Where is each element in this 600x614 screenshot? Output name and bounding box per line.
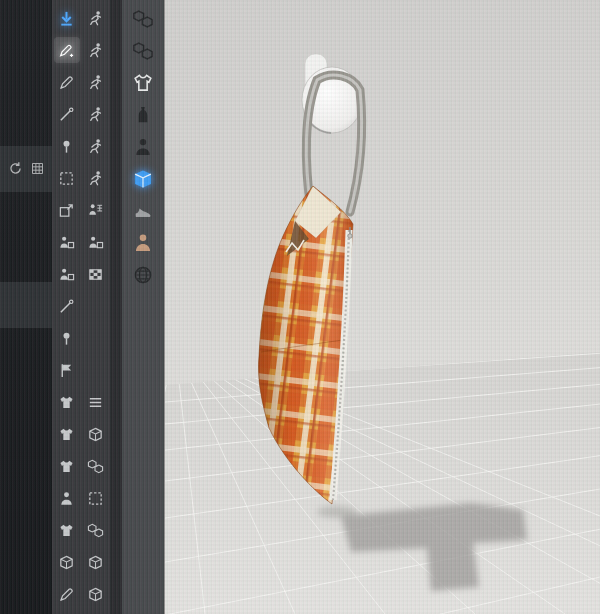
needle-tool-icon[interactable] (54, 101, 80, 127)
garment-library-tool-icon[interactable] (54, 421, 80, 447)
garment-lock-tool-icon[interactable] (54, 389, 80, 415)
collapsed-left-panel (0, 0, 52, 614)
garment-tool-icon[interactable] (54, 453, 80, 479)
application-window (0, 0, 600, 614)
motion-pose-4-icon[interactable] (83, 101, 109, 127)
sewing-needle-tool-icon[interactable] (54, 293, 80, 319)
floor-plane (165, 352, 600, 614)
garment-shirt-icon[interactable] (129, 69, 157, 97)
cube-pair-icon[interactable] (83, 453, 109, 479)
avatar-measure-icon[interactable] (83, 197, 109, 223)
pen-tool-icon[interactable] (54, 69, 80, 95)
cube-group-icon[interactable] (83, 517, 109, 543)
avatar-tool-icon[interactable] (54, 485, 80, 511)
grid-view-icon[interactable] (27, 158, 47, 178)
import-tool-icon[interactable] (54, 5, 80, 31)
shoe-icon[interactable] (129, 197, 157, 225)
tack-pin-tool-icon[interactable] (54, 325, 80, 351)
layer-stack-icon[interactable] (83, 389, 109, 415)
motion-pose-6-icon[interactable] (83, 165, 109, 191)
panel-section-top (0, 146, 52, 192)
motion-pose-2-icon[interactable] (83, 37, 109, 63)
tool-toolbar (52, 0, 110, 614)
avatar-silhouette-icon[interactable] (129, 133, 157, 161)
marquee-tool-icon[interactable] (54, 165, 80, 191)
zipper-slider[interactable] (348, 234, 352, 238)
stylus-tool-icon[interactable] (54, 37, 80, 63)
motion-pose-1-icon[interactable] (83, 5, 109, 31)
avatar-torso-icon[interactable] (129, 101, 157, 129)
solid-cube-icon[interactable] (83, 549, 109, 575)
globe-icon[interactable] (129, 261, 157, 289)
solid-box-tool-icon[interactable] (54, 549, 80, 575)
pin-tool-icon[interactable] (54, 133, 80, 159)
selection-square-icon[interactable] (83, 485, 109, 511)
transform-box-tool-icon[interactable] (54, 197, 80, 223)
toolbar-divider (110, 0, 122, 614)
viewport-3d[interactable] (164, 0, 600, 614)
active-object-cube-icon[interactable] (129, 165, 157, 193)
panel-section-bottom (0, 282, 52, 328)
flag-marker-tool-icon[interactable] (54, 357, 80, 383)
avatar-fit-icon[interactable] (83, 229, 109, 255)
render-cube-icon[interactable] (83, 581, 109, 607)
scene-canvas[interactable] (165, 0, 600, 614)
tool-column-right (81, 0, 110, 614)
tool-column-left (52, 0, 81, 614)
draft-pen-tool-icon[interactable] (54, 581, 80, 607)
motion-pose-3-icon[interactable] (83, 69, 109, 95)
motion-pose-5-icon[interactable] (83, 133, 109, 159)
refresh-icon[interactable] (5, 158, 25, 178)
library-strip (122, 0, 164, 614)
avatar-pose-tool-icon[interactable] (54, 261, 80, 287)
panel-mini-toolbar (0, 146, 52, 178)
finish-flag-icon[interactable] (83, 261, 109, 287)
garment-pin-tool-icon[interactable] (54, 517, 80, 543)
scene-stack-icon[interactable] (129, 5, 157, 33)
wire-cube-icon[interactable] (83, 421, 109, 447)
asset-stack-icon[interactable] (129, 37, 157, 65)
avatar-edit-tool-icon[interactable] (54, 229, 80, 255)
avatar-bust-icon[interactable] (129, 229, 157, 257)
